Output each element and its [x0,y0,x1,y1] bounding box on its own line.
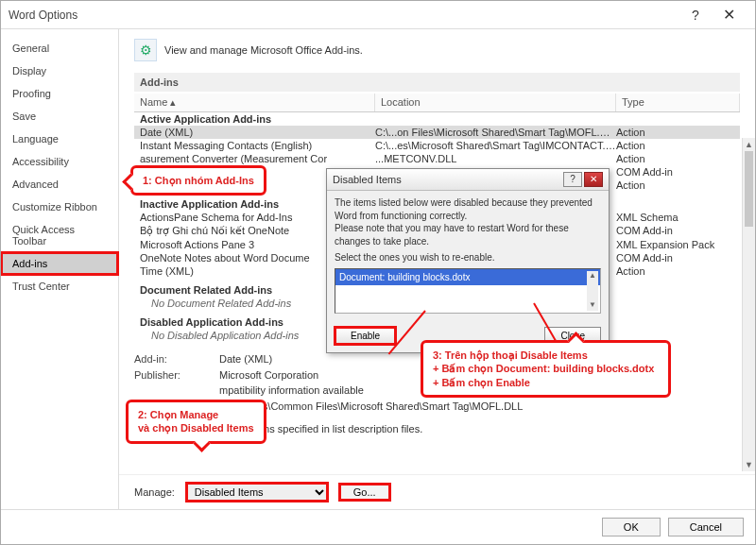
sidebar-item-advanced[interactable]: Advanced [1,173,118,196]
sidebar-item-addins[interactable]: Add-ins [1,252,118,275]
col-name[interactable]: Name ▴ [134,94,375,111]
vertical-scrollbar[interactable]: ▲ ▼ [742,138,755,471]
callout-3: 3: Trên hộp thoại Disable Items + Bấm ch… [421,340,671,398]
list-item[interactable]: Document: building blocks.dotx [335,269,600,286]
addins-header-icon: ⚙ [134,39,157,61]
table-header: Name ▴ Location Type [134,94,740,112]
dialog-msg3: Select the ones you wish to re-enable. [335,251,601,264]
manage-select[interactable]: Disabled Items [186,483,328,502]
footer: OK Cancel [1,509,755,544]
dialog-help-icon[interactable]: ? [563,172,582,187]
col-type[interactable]: Type [616,94,740,111]
help-icon[interactable]: ? [681,8,710,23]
manage-label: Manage: [134,486,175,498]
sidebar-item-quick-access[interactable]: Quick Access Toolbar [1,218,118,252]
window-title: Word Options [9,9,681,22]
close-icon[interactable]: ✕ [710,6,747,24]
disabled-items-dialog: Disabled Items ? ✕ The items listed belo… [326,168,610,353]
list-scroll-down-icon[interactable]: ▼ [589,300,596,311]
scroll-up-icon[interactable]: ▲ [743,138,755,151]
scroll-down-icon[interactable]: ▼ [743,458,755,471]
manage-row: Manage: Disabled Items Go... [119,474,755,509]
go-button[interactable]: Go... [339,484,390,501]
cancel-button[interactable]: Cancel [668,518,744,536]
sidebar-item-accessibility[interactable]: Accessibility [1,150,118,173]
addins-header-text: View and manage Microsoft Office Add-ins… [164,44,363,56]
sidebar-item-display[interactable]: Display [1,60,118,82]
ok-button[interactable]: OK [602,518,661,536]
group-active: Active Application Add-ins [134,113,375,125]
enable-button[interactable]: Enable [335,327,396,345]
callout-2: 2: Chọn Manage và chọn Disabled Items [126,400,266,444]
table-row[interactable]: asurement Converter (Measurement Cor...M… [134,152,740,165]
sidebar-item-trust-center[interactable]: Trust Center [1,275,118,298]
sidebar-item-proofing[interactable]: Proofing [1,82,118,105]
scroll-thumb[interactable] [745,151,753,227]
dialog-title: Disabled Items [333,174,561,185]
sidebar-item-language[interactable]: Language [1,128,118,150]
dialog-msg2: Please note that you may have to restart… [335,222,601,247]
title-bar: Word Options ? ✕ [1,1,755,29]
table-row[interactable]: Instant Messaging Contacts (English)C:\.… [134,139,740,152]
sidebar-item-general[interactable]: General [1,37,118,60]
sidebar-item-save[interactable]: Save [1,105,118,128]
sidebar: General Display Proofing Save Language A… [1,29,119,509]
list-scroll-up-icon[interactable]: ▲ [589,271,596,281]
callout-1: 1: Chọn nhóm Add-Ins [130,165,266,196]
dialog-close-icon[interactable]: ✕ [584,172,603,187]
section-addins: Add-ins [134,73,740,92]
col-location[interactable]: Location [375,94,616,111]
sidebar-item-customize-ribbon[interactable]: Customize Ribbon [1,196,118,218]
table-row[interactable]: Date (XML)C:\...on Files\Microsoft Share… [134,126,740,139]
dialog-msg1: The items listed below were disabled bec… [335,196,601,222]
disabled-items-listbox[interactable]: Document: building blocks.dotx ▲▼ [335,268,601,314]
